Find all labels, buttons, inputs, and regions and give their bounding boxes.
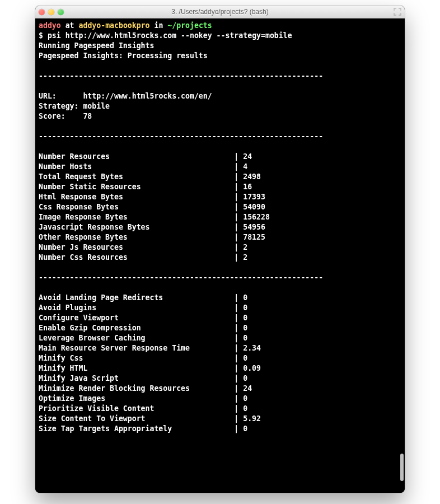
table-row: Avoid Landing Page Redirects | 0 xyxy=(39,293,401,303)
command-line: $ psi http://www.html5rocks.com --nokey … xyxy=(39,31,401,41)
minimize-icon[interactable] xyxy=(48,9,54,15)
table-row: Minimize Render Blocking Resources | 24 xyxy=(39,384,401,394)
rules-table: Avoid Landing Page Redirects | 0Avoid Pl… xyxy=(39,293,401,434)
table-row: Avoid Plugins | 0 xyxy=(39,303,401,313)
divider: ----------------------------------------… xyxy=(39,273,401,283)
close-icon[interactable] xyxy=(39,9,45,15)
table-row: Javascript Response Bytes | 54956 xyxy=(39,222,401,232)
scrollbar-thumb[interactable] xyxy=(400,454,404,481)
scrollbar[interactable] xyxy=(400,34,404,490)
table-row: Number Static Resources | 16 xyxy=(39,182,401,192)
table-row: Size Content To Viewport | 5.92 xyxy=(39,414,401,424)
table-row: Number Js Resources | 2 xyxy=(39,242,401,253)
table-row: Configure Viewport | 0 xyxy=(39,313,401,323)
table-row: Other Response Bytes | 78125 xyxy=(39,232,401,242)
table-row: Prioritize Visible Content | 0 xyxy=(39,404,401,414)
command-text: psi http://www.html5rocks.com --nokey --… xyxy=(48,31,292,40)
prompt-user: addyo xyxy=(39,21,61,30)
divider: ----------------------------------------… xyxy=(39,71,401,81)
table-row: Number Css Resources | 2 xyxy=(39,253,401,263)
terminal-content[interactable]: addyo at addyo-macbookpro in ~/projects … xyxy=(35,18,405,493)
table-row: Enable Gzip Compression | 0 xyxy=(39,323,401,333)
prompt-line: addyo at addyo-macbookpro in ~/projects xyxy=(39,21,401,31)
prompt-path: ~/projects xyxy=(167,21,212,30)
table-row: Number Resources | 24 xyxy=(39,152,401,162)
table-row: Minify Java Script | 0 xyxy=(39,374,401,384)
table-row: Main Resource Server Response Time | 2.3… xyxy=(39,343,401,353)
summary-score: Score: 78 xyxy=(39,111,401,122)
zoom-icon[interactable] xyxy=(58,9,64,15)
table-row: Total Request Bytes | 2498 xyxy=(39,172,401,182)
window-title: 3. /Users/addyo/projects? (bash) xyxy=(35,8,405,16)
table-row: Minify HTML | 0.09 xyxy=(39,363,401,374)
divider: ----------------------------------------… xyxy=(39,132,401,142)
summary-strategy: Strategy: mobile xyxy=(39,101,401,111)
terminal-window: 3. /Users/addyo/projects? (bash) addyo a… xyxy=(35,6,405,493)
table-row: Html Response Bytes | 17393 xyxy=(39,192,401,202)
prompt-symbol: $ xyxy=(39,31,43,40)
table-row: Leverage Browser Caching | 0 xyxy=(39,333,401,343)
stats-table: Number Resources | 24Number Hosts | 4Tot… xyxy=(39,152,401,263)
summary-url: URL: http://www.html5rocks.com/en/ xyxy=(39,91,401,101)
prompt-in: in xyxy=(155,21,163,30)
window-controls xyxy=(39,9,64,15)
fullscreen-icon[interactable] xyxy=(394,8,401,16)
prompt-at: at xyxy=(65,21,74,30)
table-row: Minify Css | 0 xyxy=(39,353,401,363)
table-row: Number Hosts | 4 xyxy=(39,162,401,172)
status-running: Running Pagespeed Insights xyxy=(39,41,401,51)
status-processing: Pagespeed Insights: Processing results xyxy=(39,51,401,61)
prompt-host: addyo-macbookpro xyxy=(79,21,150,30)
table-row: Css Response Bytes | 54090 xyxy=(39,202,401,212)
table-row: Image Response Bytes | 156228 xyxy=(39,212,401,222)
window-titlebar: 3. /Users/addyo/projects? (bash) xyxy=(35,6,405,18)
table-row: Size Tap Targets Appropriately | 0 xyxy=(39,424,401,434)
table-row: Optimize Images | 0 xyxy=(39,394,401,404)
